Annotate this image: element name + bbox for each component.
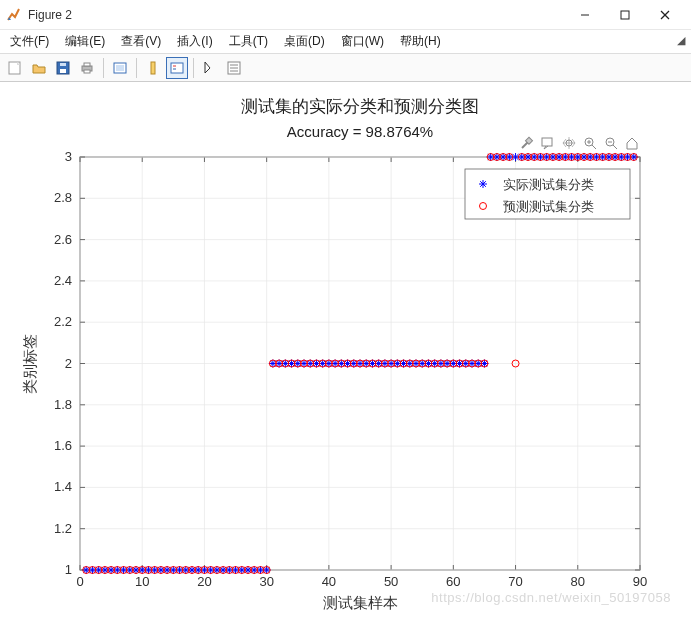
window-title: Figure 2 [28,8,72,22]
svg-text:70: 70 [508,574,522,589]
svg-text:2.6: 2.6 [54,232,72,247]
print-button[interactable] [76,57,98,79]
svg-text:0: 0 [76,574,83,589]
svg-rect-8 [60,63,66,66]
svg-rect-7 [60,69,66,73]
svg-text:类别标签: 类别标签 [21,334,38,394]
edit-plot-button[interactable] [199,57,221,79]
axes-toolbar [518,134,641,152]
svg-text:20: 20 [197,574,211,589]
svg-text:10: 10 [135,574,149,589]
svg-rect-10 [84,63,90,66]
close-button[interactable] [645,1,685,29]
svg-rect-11 [84,70,90,73]
menu-window[interactable]: 窗口(W) [335,31,390,52]
svg-rect-14 [151,62,155,74]
svg-text:1: 1 [65,562,72,577]
svg-rect-13 [116,65,124,71]
svg-text:1.4: 1.4 [54,479,72,494]
open-button[interactable] [28,57,50,79]
menu-insert[interactable]: 插入(I) [171,31,218,52]
menu-file[interactable]: 文件(F) [4,31,55,52]
save-button[interactable] [52,57,74,79]
svg-rect-15 [171,63,183,73]
menu-view[interactable]: 查看(V) [115,31,167,52]
svg-text:90: 90 [633,574,647,589]
insert-legend-button[interactable] [166,57,188,79]
menu-edit[interactable]: 编辑(E) [59,31,111,52]
menu-help[interactable]: 帮助(H) [394,31,447,52]
minimize-button[interactable] [565,1,605,29]
open-property-inspector-button[interactable] [223,57,245,79]
new-figure-button[interactable] [4,57,26,79]
link-plot-button[interactable] [109,57,131,79]
menubar-overflow-icon[interactable]: ◢ [677,34,685,47]
svg-text:30: 30 [259,574,273,589]
svg-text:50: 50 [384,574,398,589]
pan-icon[interactable] [560,134,578,152]
svg-text:预测测试集分类: 预测测试集分类 [503,199,594,214]
zoom-in-icon[interactable] [581,134,599,152]
svg-text:1.2: 1.2 [54,521,72,536]
svg-text:1.6: 1.6 [54,438,72,453]
axes-area: 010203040506070809011.21.41.61.822.22.42… [0,82,691,625]
svg-text:测试集的实际分类和预测分类图: 测试集的实际分类和预测分类图 [241,97,479,116]
svg-rect-565 [542,138,552,146]
zoom-out-icon[interactable] [602,134,620,152]
svg-text:测试集样本: 测试集样本 [323,594,398,611]
svg-text:3: 3 [65,149,72,164]
svg-line-572 [613,145,617,149]
svg-text:实际测试集分类: 实际测试集分类 [503,177,594,192]
maximize-button[interactable] [605,1,645,29]
svg-text:2.4: 2.4 [54,273,72,288]
window-titlebar: Figure 2 [0,0,691,30]
toolbar-separator [136,58,137,78]
svg-text:80: 80 [571,574,585,589]
svg-text:Accuracy = 98.8764%: Accuracy = 98.8764% [287,123,433,140]
menu-tools[interactable]: 工具(T) [223,31,274,52]
svg-text:2: 2 [65,356,72,371]
svg-line-568 [592,145,596,149]
chart[interactable]: 010203040506070809011.21.41.61.822.22.42… [0,82,691,625]
svg-text:1.8: 1.8 [54,397,72,412]
svg-rect-1 [621,11,629,19]
menubar: 文件(F) 编辑(E) 查看(V) 插入(I) 工具(T) 桌面(D) 窗口(W… [0,30,691,54]
brush-icon[interactable] [518,134,536,152]
svg-text:2.8: 2.8 [54,190,72,205]
svg-text:40: 40 [322,574,336,589]
svg-text:2.2: 2.2 [54,314,72,329]
restore-view-icon[interactable] [623,134,641,152]
matlab-icon [6,7,22,23]
toolbar-separator [193,58,194,78]
datatip-icon[interactable] [539,134,557,152]
menu-desktop[interactable]: 桌面(D) [278,31,331,52]
toolbar [0,54,691,82]
insert-colorbar-button[interactable] [142,57,164,79]
svg-text:60: 60 [446,574,460,589]
toolbar-separator [103,58,104,78]
